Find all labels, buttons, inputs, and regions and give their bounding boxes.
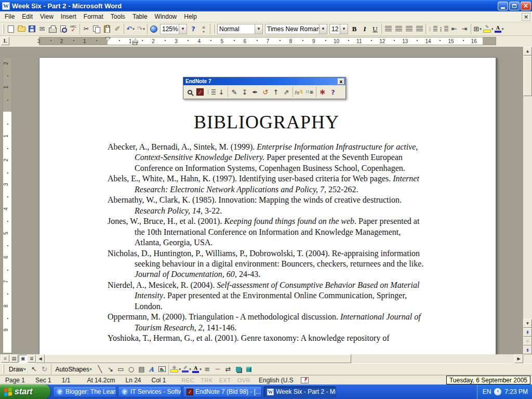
new-blank-document-button[interactable] bbox=[6, 24, 16, 34]
edit-library-references-button[interactable]: ✒ bbox=[250, 87, 260, 97]
hanging-indent-marker[interactable] bbox=[132, 38, 137, 45]
draw-menu[interactable]: Draw▾ bbox=[6, 365, 29, 374]
fill-color-button[interactable]: ▾ bbox=[170, 364, 181, 375]
scroll-left-button[interactable]: ◀ bbox=[36, 354, 45, 363]
web-layout-view-button[interactable]: ▤ bbox=[10, 355, 18, 363]
arrow-button[interactable]: ↘ bbox=[105, 364, 115, 375]
edit-citations-button[interactable]: ✎ bbox=[229, 87, 240, 97]
save-button[interactable] bbox=[26, 24, 37, 34]
menu-window[interactable]: Window bbox=[151, 12, 181, 22]
vertical-scroll-thumb[interactable] bbox=[523, 56, 532, 96]
paste-button[interactable] bbox=[102, 24, 112, 34]
zoom-select-dropdown-arrow[interactable]: ▼ bbox=[179, 24, 187, 34]
print-layout-view-button[interactable]: ▣ bbox=[19, 355, 27, 363]
endnote-title-bar[interactable]: EndNote 7 x bbox=[183, 77, 345, 85]
menu-tools[interactable]: Tools bbox=[107, 12, 129, 22]
font-select[interactable]: Times New Roman▼ bbox=[265, 24, 327, 34]
taskbar-button-1[interactable]: eBlogger: The Learnin... bbox=[53, 386, 116, 397]
font-select-dropdown-arrow[interactable]: ▼ bbox=[319, 24, 327, 34]
scroll-down-button[interactable]: ▼ bbox=[523, 319, 532, 328]
web-globe-button[interactable] bbox=[149, 24, 159, 34]
redo-dropdown-arrow[interactable]: ▾ bbox=[143, 27, 145, 31]
taskbar-button-2[interactable]: eIT Services - Softwar... bbox=[118, 386, 181, 397]
bullets-button[interactable] bbox=[438, 24, 449, 34]
zoom-select[interactable]: 125%▼ bbox=[160, 24, 187, 34]
text-box-button[interactable]: ▤ bbox=[136, 364, 147, 375]
oval-button[interactable]: ○ bbox=[126, 364, 136, 375]
justify-button[interactable] bbox=[414, 24, 424, 34]
select-browse-object-button[interactable]: ○ bbox=[523, 337, 532, 345]
style-select-dropdown-arrow[interactable]: ▼ bbox=[255, 24, 262, 34]
find-citations-button[interactable] bbox=[184, 87, 195, 97]
outline-view-button[interactable]: ≣ bbox=[28, 355, 36, 363]
close-button[interactable]: × bbox=[521, 2, 531, 10]
export-traveling-library-button[interactable]: ⇗ bbox=[281, 87, 291, 97]
format-painter-button[interactable]: ✐ bbox=[112, 24, 123, 34]
spelling-and-grammar-button[interactable] bbox=[68, 24, 78, 34]
endnote-close-button[interactable]: x bbox=[338, 78, 344, 85]
insert-clip-art-button[interactable] bbox=[157, 364, 167, 375]
horizontal-scroll-thumb[interactable] bbox=[45, 354, 351, 363]
undo-dropdown-arrow[interactable]: ▾ bbox=[132, 27, 135, 31]
find-figures-button[interactable]: fig bbox=[294, 87, 304, 97]
vertical-scroll-track[interactable] bbox=[523, 96, 532, 319]
horizontal-scroll-track[interactable] bbox=[351, 354, 514, 363]
center-button[interactable] bbox=[393, 24, 404, 34]
close-document-button[interactable]: × bbox=[522, 13, 530, 21]
arrow-style-button[interactable]: ⇄ bbox=[223, 364, 233, 375]
numbering-button[interactable] bbox=[427, 24, 438, 34]
rectangle-button[interactable]: ▭ bbox=[115, 364, 126, 375]
cwyw-preferences-button[interactable]: ✱ bbox=[317, 87, 328, 97]
menu-view[interactable]: View bbox=[36, 12, 57, 22]
style-select[interactable]: Normal▼ bbox=[217, 24, 263, 34]
redo-button[interactable]: ↷▾ bbox=[136, 24, 146, 34]
outside-border-button[interactable]: ⊞▾ bbox=[472, 24, 483, 34]
line-button[interactable]: ╲ bbox=[95, 364, 105, 375]
print-button[interactable] bbox=[47, 24, 58, 34]
insert-note-button[interactable]: ↧ bbox=[240, 87, 250, 97]
generate-figure-list-button[interactable]: ∷ bbox=[304, 87, 315, 97]
print-preview-button[interactable] bbox=[58, 24, 68, 34]
hide-icons-chevron[interactable]: ‹ bbox=[494, 388, 501, 395]
unformat-citations-button[interactable]: ↺ bbox=[260, 87, 271, 97]
menu-file[interactable]: File bbox=[1, 12, 18, 22]
mail-recipient-button[interactable]: ✉ bbox=[37, 24, 47, 34]
cut-button[interactable]: ✂ bbox=[81, 24, 91, 34]
font-size-select[interactable]: 12▼ bbox=[329, 24, 348, 34]
taskbar-button-4[interactable]: WWeek Six - Part 2 - Mi... bbox=[263, 386, 336, 397]
minimize-button[interactable] bbox=[498, 2, 508, 10]
previous-page-button[interactable]: ⇞ bbox=[523, 328, 532, 337]
undo-button[interactable]: ↶▾ bbox=[125, 24, 136, 34]
document-page[interactable]: BIBLIOGRAPHY Abecker, A., Bernadi, A., S… bbox=[39, 57, 496, 354]
start-button[interactable]: start bbox=[0, 384, 50, 399]
align-right-button[interactable] bbox=[404, 24, 414, 34]
taskbar-clock[interactable]: 7:23 PM bbox=[504, 388, 528, 395]
bold-button[interactable]: B bbox=[349, 24, 360, 34]
endnote-help-button[interactable]: ? bbox=[328, 87, 338, 97]
font-size-select-dropdown-arrow[interactable]: ▼ bbox=[340, 24, 348, 34]
go-to-endnote-button[interactable]: ∕ bbox=[195, 87, 205, 97]
menu-help[interactable]: Help bbox=[180, 12, 201, 22]
dash-style-button[interactable]: ┄ bbox=[212, 364, 223, 375]
autoshapes-menu[interactable]: AutoShapes▾ bbox=[52, 365, 95, 374]
toolbar-grip[interactable] bbox=[3, 365, 4, 374]
insert-selected-citations-button[interactable]: ↓ bbox=[216, 87, 227, 97]
toolbar-grip[interactable] bbox=[213, 24, 215, 34]
line-color-dropdown-arrow[interactable]: ▾ bbox=[189, 367, 191, 371]
free-rotate-button[interactable]: ↻ bbox=[39, 364, 50, 375]
next-page-button[interactable]: ⇟ bbox=[523, 345, 532, 354]
menu-format[interactable]: Format bbox=[80, 12, 107, 22]
highlight-button[interactable]: ▾ bbox=[483, 24, 494, 34]
language-indicator[interactable]: EN bbox=[483, 388, 491, 395]
format-bibliography-button[interactable] bbox=[205, 87, 216, 97]
open-button[interactable] bbox=[16, 24, 26, 34]
copy-button[interactable] bbox=[91, 24, 102, 34]
align-left-button[interactable] bbox=[383, 24, 393, 34]
3d-style-button[interactable] bbox=[244, 364, 254, 375]
taskbar-button-3[interactable]: ∕EndNote 7 (Bld 98) - [... bbox=[183, 386, 262, 397]
scroll-right-button[interactable]: ▶ bbox=[514, 354, 523, 363]
font-color-dropdown-arrow[interactable]: ▾ bbox=[502, 27, 504, 31]
outside-border-dropdown-arrow[interactable]: ▾ bbox=[480, 27, 482, 31]
insert-wordart-button[interactable]: A bbox=[147, 364, 157, 375]
vertical-scrollbar[interactable]: ▲ ▼ ⇞ ○ ⇟ bbox=[523, 47, 532, 354]
